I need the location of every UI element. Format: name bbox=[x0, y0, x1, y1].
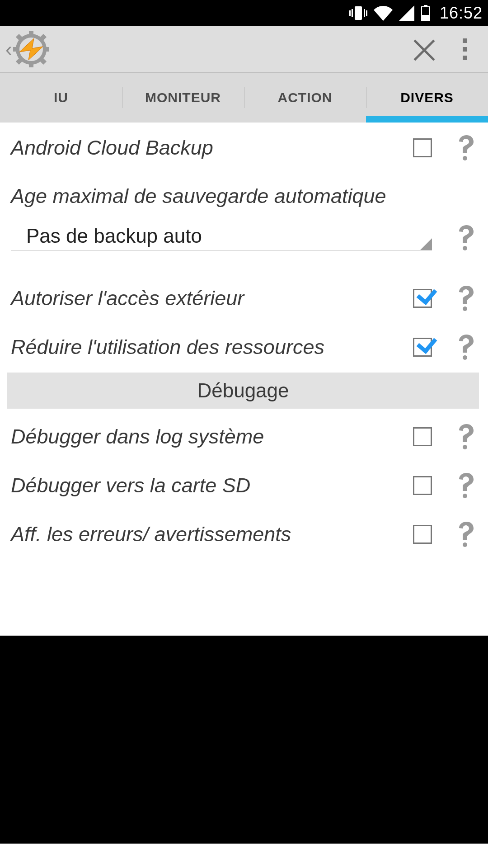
help-button[interactable] bbox=[457, 335, 479, 360]
pref-label: Age maximal de sauvegarde automatique bbox=[11, 184, 479, 208]
status-bar: 16:52 bbox=[0, 0, 488, 26]
pref-label: Débugger vers la carte SD bbox=[11, 473, 413, 498]
tasker-logo-icon[interactable] bbox=[13, 31, 49, 67]
active-tab-indicator bbox=[366, 116, 488, 123]
vibrate-icon bbox=[349, 5, 367, 21]
pref-debug-syslog: Débugger dans log système bbox=[0, 412, 488, 461]
tab-label: DIVERS bbox=[400, 90, 454, 105]
tab-divers[interactable]: DIVERS bbox=[366, 73, 488, 123]
cell-signal-icon bbox=[399, 5, 414, 21]
help-button[interactable] bbox=[457, 522, 479, 547]
pref-label: Réduire l'utilisation des ressources bbox=[11, 335, 413, 359]
svg-point-18 bbox=[463, 246, 467, 250]
pref-show-errors: Aff. les erreurs/ avertissements bbox=[0, 510, 488, 559]
cloud-backup-checkbox[interactable] bbox=[413, 138, 432, 157]
pref-cloud-backup: Android Cloud Backup bbox=[0, 123, 488, 172]
svg-rect-4 bbox=[366, 10, 367, 16]
svg-point-19 bbox=[463, 307, 467, 311]
dot-icon bbox=[463, 47, 467, 52]
svg-point-23 bbox=[463, 542, 467, 547]
tab-moniteur[interactable]: MONITEUR bbox=[122, 73, 244, 123]
tab-iu[interactable]: IU bbox=[0, 73, 122, 123]
pref-debug-sd: Débugger vers la carte SD bbox=[0, 461, 488, 510]
settings-list[interactable]: Android Cloud Backup Age maximal de sauv… bbox=[0, 123, 488, 868]
help-button[interactable] bbox=[457, 135, 479, 160]
help-button[interactable] bbox=[457, 286, 479, 311]
svg-point-17 bbox=[463, 156, 467, 160]
dot-icon bbox=[463, 38, 467, 43]
pref-label: Débugger dans log système bbox=[11, 425, 413, 449]
tab-action[interactable]: ACTION bbox=[244, 73, 366, 123]
help-button[interactable] bbox=[457, 424, 479, 449]
svg-rect-1 bbox=[352, 9, 353, 17]
debug-sd-checkbox[interactable] bbox=[413, 476, 432, 495]
battery-icon bbox=[421, 5, 431, 21]
overflow-menu-button[interactable] bbox=[445, 29, 485, 70]
svg-point-20 bbox=[463, 355, 467, 360]
svg-point-22 bbox=[463, 494, 467, 498]
back-icon[interactable]: ‹ bbox=[3, 39, 13, 59]
tab-label: ACTION bbox=[278, 90, 333, 105]
pref-label: Android Cloud Backup bbox=[11, 136, 413, 160]
status-clock: 16:52 bbox=[440, 4, 483, 23]
help-button[interactable] bbox=[457, 473, 479, 498]
svg-rect-7 bbox=[422, 15, 430, 21]
svg-rect-3 bbox=[364, 9, 365, 17]
action-bar: ‹ bbox=[0, 26, 488, 73]
reduce-resources-checkbox[interactable] bbox=[413, 338, 432, 357]
pref-label: Autoriser l'accès extérieur bbox=[11, 286, 413, 311]
svg-rect-12 bbox=[44, 47, 49, 52]
svg-rect-0 bbox=[355, 6, 362, 20]
dropdown-triangle-icon bbox=[420, 238, 432, 250]
external-access-checkbox[interactable] bbox=[413, 289, 432, 308]
svg-rect-10 bbox=[29, 62, 33, 67]
svg-rect-11 bbox=[13, 47, 19, 52]
pref-label: Aff. les erreurs/ avertissements bbox=[11, 522, 413, 547]
pref-external-access: Autoriser l'accès extérieur bbox=[0, 274, 488, 323]
close-button[interactable] bbox=[404, 29, 445, 70]
svg-rect-2 bbox=[349, 10, 351, 16]
dot-icon bbox=[463, 56, 467, 60]
tab-label: IU bbox=[54, 90, 68, 105]
backup-age-spinner[interactable]: Pas de backup auto bbox=[11, 222, 432, 250]
pref-backup-age: Age maximal de sauvegarde automatique Pa… bbox=[0, 184, 488, 259]
wifi-icon bbox=[374, 5, 393, 21]
section-debug-header: Débugage bbox=[7, 373, 479, 409]
tab-bar: IU MONITEUR ACTION DIVERS bbox=[0, 73, 488, 123]
debug-syslog-checkbox[interactable] bbox=[413, 427, 432, 446]
tab-label: MONITEUR bbox=[145, 90, 221, 105]
svg-rect-9 bbox=[29, 31, 33, 37]
pref-reduce-resources: Réduire l'utilisation des ressources bbox=[0, 323, 488, 372]
bottom-black-area bbox=[0, 636, 488, 844]
help-button[interactable] bbox=[457, 225, 479, 250]
spinner-value: Pas de backup auto bbox=[26, 225, 202, 247]
show-errors-checkbox[interactable] bbox=[413, 525, 432, 544]
svg-point-21 bbox=[463, 445, 467, 449]
